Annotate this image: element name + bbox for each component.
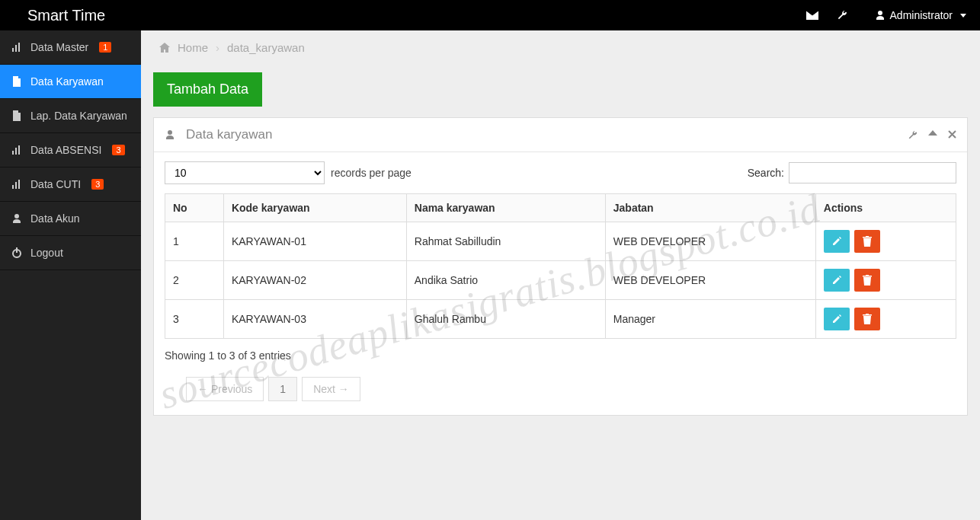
panel: Data karyawan 10 records per page Search…	[153, 117, 968, 416]
cell-kode: KARYAWAN-01	[223, 222, 406, 261]
cell-no: 2	[165, 261, 224, 300]
main-content: Home › data_karyawan Tambah Data Data ka…	[141, 30, 980, 520]
table-row: 1KARYAWAN-01Rahmat SabilludinWEB DEVELOP…	[165, 222, 956, 261]
cell-nama: Ghaluh Rambu	[406, 300, 605, 339]
wrench-icon[interactable]	[908, 130, 918, 140]
cell-no: 1	[165, 222, 224, 261]
table-row: 3KARYAWAN-03Ghaluh RambuManager	[165, 300, 956, 339]
sidebar-item-data-akun[interactable]: Data Akun	[0, 202, 141, 236]
sidebar-item-label: Data Akun	[30, 212, 80, 225]
sidebar-item-logout[interactable]: Logout	[0, 236, 141, 270]
cell-jabatan: WEB DEVELOPER	[605, 261, 815, 300]
cell-nama: Rahmat Sabilludin	[406, 222, 605, 261]
prev-button[interactable]: ← Previous	[186, 377, 264, 401]
cell-kode: KARYAWAN-03	[223, 300, 406, 339]
panel-title: Data karyawan	[186, 127, 272, 142]
topbar: Smart Time Administrator	[0, 0, 980, 30]
svg-rect-1	[16, 247, 18, 253]
col-no[interactable]: No	[165, 194, 224, 222]
delete-button[interactable]	[854, 308, 880, 330]
cell-nama: Andika Satrio	[406, 261, 605, 300]
cell-kode: KARYAWAN-02	[223, 261, 406, 300]
home-icon	[159, 43, 170, 53]
sidebar-item-data-master[interactable]: Data Master 1	[0, 30, 141, 65]
power-icon	[11, 247, 23, 258]
brand: Smart Time	[0, 7, 120, 24]
cell-no: 3	[165, 300, 224, 339]
close-icon[interactable]	[948, 130, 956, 140]
sidebar-item-lap-data-karyawan[interactable]: Lap. Data Karyawan	[0, 99, 141, 133]
page-1-button[interactable]: 1	[268, 377, 297, 401]
col-jabatan[interactable]: Jabatan	[605, 194, 815, 222]
mail-icon[interactable]	[806, 11, 837, 20]
cell-jabatan: Manager	[605, 300, 815, 339]
sidebar-item-data-cuti[interactable]: Data CUTI 3	[0, 167, 141, 202]
table-row: 2KARYAWAN-02Andika SatrioWEB DEVELOPER	[165, 261, 956, 300]
sidebar-item-data-absensi[interactable]: Data ABSENSI 3	[0, 133, 141, 167]
cell-jabatan: WEB DEVELOPER	[605, 222, 815, 261]
edit-button[interactable]	[824, 269, 850, 292]
chevron-right-icon: ›	[216, 41, 219, 54]
delete-button[interactable]	[854, 269, 880, 292]
bar-chart-icon	[11, 145, 23, 155]
sidebar-item-label: Data ABSENSI	[30, 144, 101, 156]
search-input[interactable]	[789, 162, 956, 183]
table-info: Showing 1 to 3 of 3 entries	[165, 349, 956, 362]
sidebar-item-label: Data Karyawan	[30, 75, 104, 88]
add-data-button[interactable]: Tambah Data	[153, 72, 262, 107]
sidebar-item-label: Logout	[30, 247, 63, 259]
chevron-down-icon	[960, 14, 966, 18]
user-icon	[11, 213, 23, 224]
file-icon	[11, 76, 23, 87]
edit-button[interactable]	[824, 230, 850, 253]
data-table: No Kode karyawan Nama karyawan Jabatan A…	[165, 193, 956, 339]
edit-button[interactable]	[824, 308, 850, 330]
delete-button[interactable]	[854, 230, 880, 253]
bar-chart-icon	[11, 42, 23, 53]
breadcrumb-current: data_karyawan	[227, 41, 305, 54]
col-actions: Actions	[815, 194, 956, 222]
sidebar-item-data-karyawan[interactable]: Data Karyawan	[0, 65, 141, 99]
sidebar-item-label: Data CUTI	[30, 178, 81, 190]
search-label: Search:	[748, 167, 784, 179]
user-icon	[875, 10, 886, 21]
records-per-page-label: records per page	[331, 167, 412, 179]
user-label: Administrator	[890, 9, 953, 21]
col-kode[interactable]: Kode karyawan	[223, 194, 406, 222]
sidebar-item-label: Lap. Data Karyawan	[30, 110, 127, 122]
file-icon	[11, 110, 23, 121]
pagination: ← Previous 1 Next →	[165, 377, 956, 401]
next-button[interactable]: Next →	[302, 377, 360, 401]
sidebar-item-label: Data Master	[30, 41, 88, 53]
bar-chart-icon	[11, 179, 23, 190]
badge: 3	[112, 145, 124, 155]
wrench-icon[interactable]	[837, 10, 867, 21]
page-length-select[interactable]: 10	[165, 161, 325, 184]
user-menu[interactable]: Administrator	[867, 9, 980, 21]
badge: 3	[91, 179, 104, 190]
badge: 1	[99, 42, 111, 53]
col-nama[interactable]: Nama karyawan	[406, 194, 605, 222]
chevron-up-icon[interactable]	[928, 130, 937, 140]
user-icon	[165, 129, 175, 140]
panel-header: Data karyawan	[154, 118, 967, 152]
sidebar: Data Master 1 Data Karyawan Lap. Data Ka…	[0, 30, 141, 520]
breadcrumb: Home › data_karyawan	[141, 30, 980, 65]
breadcrumb-home[interactable]: Home	[178, 41, 208, 54]
